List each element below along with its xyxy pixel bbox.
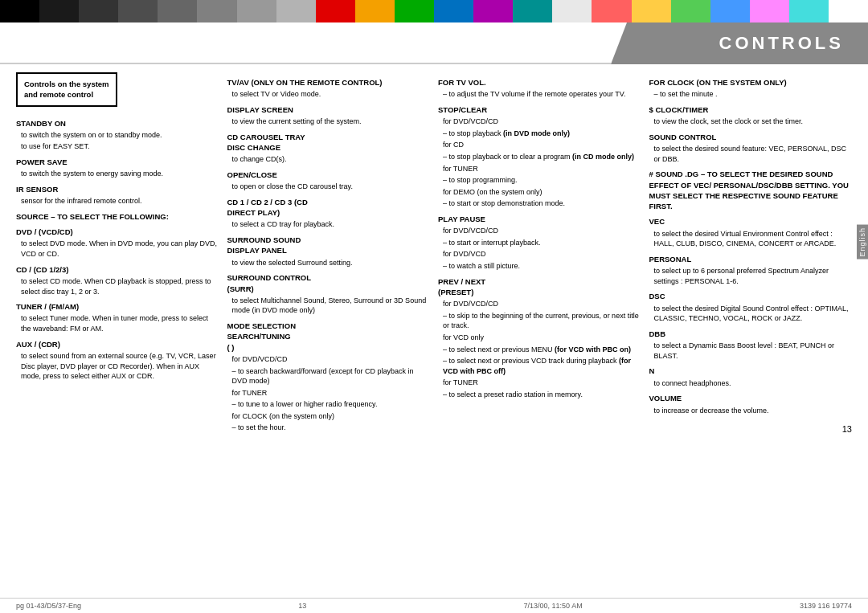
column-4: for CLOCK (on the system only)– to set t… xyxy=(649,72,853,594)
section-item: for CD xyxy=(443,140,641,150)
section-item: – to select next or previous MENU (for V… xyxy=(443,345,641,355)
section-item: – to stop playback (in DVD mode only) xyxy=(443,129,641,139)
section-heading: STANDBY ON xyxy=(16,118,219,129)
section-item: to select a CD tray for playback. xyxy=(232,219,431,230)
section-item: to select the desired Digital Sound Cont… xyxy=(654,304,853,324)
col1-sections: STANDBY ONto switch the system on or to … xyxy=(16,118,219,382)
section-heading: DBB xyxy=(649,329,853,339)
section-item: – to stop playback or to clear a program… xyxy=(443,152,641,162)
section-heading: IR SENSOR xyxy=(16,184,219,194)
section-item: to view the selected Surround setting. xyxy=(232,258,431,268)
section-item: – to select a preset radio station in me… xyxy=(443,390,641,400)
section-item: to use for EASY SET. xyxy=(21,141,219,152)
section-item: to select the desired sound feature: VEC… xyxy=(654,144,853,164)
section-item: to view the clock, set the clock or set … xyxy=(654,116,853,127)
section-item: to increase or decrease the volume. xyxy=(654,406,853,416)
footer-left: pg 01-43/D5/37-Eng xyxy=(16,602,81,610)
section-heading: DSC xyxy=(649,291,853,301)
section-heading: DVD / (VCD/CD) xyxy=(16,227,219,237)
section-heading: CD / (CD 1/2/3) xyxy=(16,264,219,275)
section-heading: MODE SELECTIONSEARCH/TUNING( ) xyxy=(227,321,431,353)
section-item: for TUNER xyxy=(232,388,431,398)
section-heading: n xyxy=(649,366,853,376)
section-item: for VCD only xyxy=(443,333,641,343)
section-heading: SOUND CONTROL xyxy=(649,132,853,142)
footer-date: 7/13/00, 11:50 AM xyxy=(524,602,583,610)
section-item: to select a Dynamic Bass Boost level : B… xyxy=(654,341,853,361)
section-item: to select DVD mode. When in DVD mode, yo… xyxy=(21,239,219,259)
header-area: CONTROLS xyxy=(0,22,868,64)
header-left xyxy=(0,22,611,64)
section-item: to select Tuner mode. When in tuner mode… xyxy=(21,313,219,333)
section-item: – to stop programming. xyxy=(443,175,641,186)
column-1: Controls on the systemand remote control… xyxy=(16,72,219,594)
section-item: to select TV or Video mode. xyxy=(232,89,431,100)
color-bar xyxy=(0,0,868,22)
section-item: to select Multichannel Sound, Stereo, Su… xyxy=(232,296,431,316)
section-heading: AUX / (CDR) xyxy=(16,339,219,349)
section-heading: POWER SAVE xyxy=(16,157,219,167)
section-item: – to tune to a lower or higher radio fre… xyxy=(232,399,431,410)
section-item: for DVD/VCD/CD xyxy=(443,226,641,236)
section-item: for DVD/VCD/CD xyxy=(443,116,641,127)
section-item: – to start or interrupt playback. xyxy=(443,238,641,248)
col4-sections: for CLOCK (on the system only)– to set t… xyxy=(649,77,853,415)
section-heading: # SOUND .DG – to select the desired soun… xyxy=(649,169,853,211)
section-item: for CLOCK (on the system only) xyxy=(232,411,431,422)
section-heading: DISPLAY SCREEN xyxy=(227,104,431,115)
section-heading: SOURCE – to select the following: xyxy=(16,211,219,222)
section-heading: CD 1 / CD 2 / CD 3 (CDDIRECT PLAY) xyxy=(227,197,431,219)
section-heading: PREV / NEXT(PRESET) xyxy=(438,276,641,298)
section-heading: for CLOCK (on the system only) xyxy=(649,77,853,88)
section-heading: CD CAROUSEL TRAYDISC CHANGE xyxy=(227,132,431,153)
section-heading: for TV VOL. xyxy=(438,77,641,88)
section-item: sensor for the infrared remote control. xyxy=(21,196,219,206)
section-item: for TUNER xyxy=(443,164,641,174)
section-item: for TUNER xyxy=(443,378,641,388)
section-item: to select up to 6 personal preferred Spe… xyxy=(654,266,853,286)
section-item: for DVD/VCD xyxy=(443,249,641,260)
section-item: to select the desired Virtual Environmen… xyxy=(654,229,853,249)
section-item: for DVD/VCD/CD xyxy=(232,354,431,365)
footer-product-code: 3139 116 19774 xyxy=(800,602,852,610)
section-item: – to set the hour. xyxy=(232,423,431,433)
header-right: CONTROLS xyxy=(611,22,868,64)
section-item: – to set the minute . xyxy=(654,89,853,100)
section-item: for DEMO (on the system only) xyxy=(443,187,641,198)
main-content: Controls on the systemand remote control… xyxy=(0,64,868,598)
column-2: TV/AV (only on the remote control)to sel… xyxy=(227,72,431,594)
column-3: for TV VOL.– to adjust the TV volume if … xyxy=(438,72,641,594)
section-item: to switch the system on or to standby mo… xyxy=(21,130,219,141)
section-item: to open or close the CD carousel tray. xyxy=(232,182,431,192)
english-tab: English xyxy=(857,225,868,260)
section-item: – to search backward/forward (except for… xyxy=(232,366,431,386)
section-heading: OPEN/CLOSE xyxy=(227,170,431,180)
section-item: to select CD mode. When CD playback is s… xyxy=(21,276,219,296)
section-item: – to select next or previous VCD track d… xyxy=(443,356,641,376)
section-heading: SURROUND CONTROL(SURR) xyxy=(227,272,431,294)
section-heading: PERSONAL xyxy=(649,254,853,264)
section-item: – to start or stop demonstration mode. xyxy=(443,198,641,209)
col2-sections: TV/AV (only on the remote control)to sel… xyxy=(227,77,431,433)
page-title: CONTROLS xyxy=(719,33,844,54)
section-item: – to watch a still picture. xyxy=(443,261,641,272)
section-item: to switch the system to energy saving mo… xyxy=(21,169,219,179)
footer: pg 01-43/D5/37-Eng 13 7/13/00, 11:50 AM … xyxy=(0,598,868,613)
section-heading: $ CLOCK/TIMER xyxy=(649,104,853,115)
section-heading: TV/AV (only on the remote control) xyxy=(227,77,431,88)
section-item: to select sound from an external source … xyxy=(21,351,219,382)
section-heading: SURROUND SOUNDDISPLAY PANEL xyxy=(227,235,431,256)
section-item: to change CD(s). xyxy=(232,154,431,165)
col3-sections: for TV VOL.– to adjust the TV volume if … xyxy=(438,77,641,400)
page-number-right: 13 xyxy=(649,423,853,435)
section-item: to view the current setting of the syste… xyxy=(232,116,431,127)
section-heading: STOP/CLEAR xyxy=(438,104,641,115)
section-heading: VOLUME xyxy=(649,393,853,403)
section-item: – to adjust the TV volume if the remote … xyxy=(443,89,641,100)
section-item: – to skip to the beginning of the curren… xyxy=(443,311,641,331)
section-item: for DVD/VCD/CD xyxy=(443,299,641,309)
section-heading: TUNER / (FM/AM) xyxy=(16,301,219,312)
col1-title: Controls on the systemand remote control xyxy=(16,72,117,107)
col1-title-text: Controls on the systemand remote control xyxy=(24,80,109,99)
section-heading: PLAY PAUSE xyxy=(438,214,641,224)
